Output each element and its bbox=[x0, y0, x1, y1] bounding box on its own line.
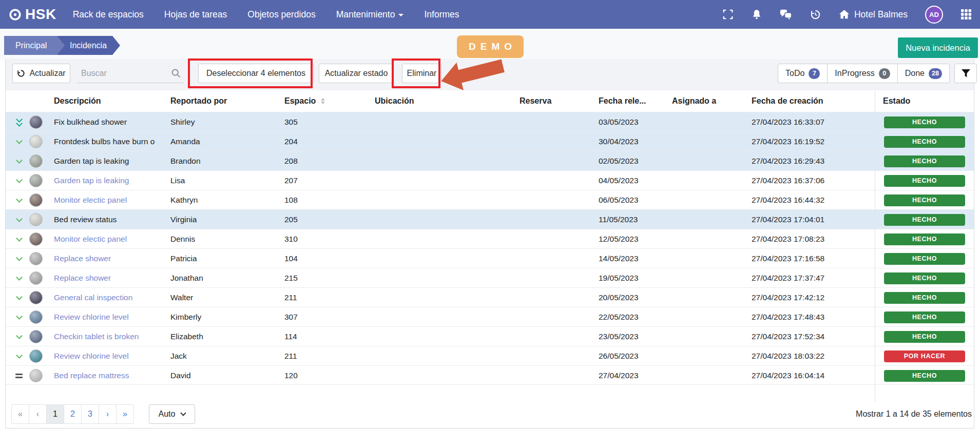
status-badge[interactable]: HECHO bbox=[884, 253, 965, 265]
search-icon[interactable] bbox=[171, 68, 181, 81]
table-row[interactable]: Monitor electic panel Kathryn 108 06/05/… bbox=[6, 190, 974, 209]
table-row[interactable]: Bed review status Virginia 205 11/05/202… bbox=[6, 209, 974, 229]
column-header-reportado-por[interactable]: Reportado por bbox=[170, 90, 227, 112]
incident-thumbnail[interactable] bbox=[29, 132, 43, 151]
column-header-fecha-creacion[interactable]: Fecha de creación bbox=[752, 90, 823, 112]
status-badge[interactable]: HECHO bbox=[884, 214, 965, 226]
incident-thumbnail[interactable] bbox=[29, 307, 43, 327]
filter-inprogress-button[interactable]: InProgress 0 bbox=[827, 64, 897, 83]
pagination-page-1[interactable]: 1 bbox=[46, 404, 64, 424]
expand-chevron-icon[interactable] bbox=[13, 249, 25, 268]
expand-chevron-icon[interactable] bbox=[13, 151, 25, 171]
incident-description-link[interactable]: Review chlorine level bbox=[54, 346, 166, 366]
expand-chevron-icon[interactable] bbox=[13, 268, 25, 288]
hotel-selector[interactable]: Hotel Balmes bbox=[839, 9, 908, 20]
new-incident-button[interactable]: Nueva incidencia bbox=[898, 37, 978, 58]
nav-item-rack-de-espacios[interactable]: Rack de espacios bbox=[73, 9, 144, 20]
incident-description-link[interactable]: Checkin tablet is broken bbox=[54, 327, 166, 346]
status-badge[interactable]: HECHO bbox=[884, 370, 965, 382]
incident-description-link[interactable]: Fix bulkhead shower bbox=[54, 112, 166, 132]
status-badge[interactable]: HECHO bbox=[884, 155, 965, 167]
nav-item-hojas-de-tareas[interactable]: Hojas de tareas bbox=[164, 9, 227, 20]
update-status-button[interactable]: Actualizar estado bbox=[319, 64, 394, 83]
column-header-ubicacion[interactable]: Ubicación bbox=[375, 90, 414, 112]
filter-todo-button[interactable]: ToDo 7 bbox=[778, 64, 828, 83]
incident-description-link[interactable]: Garden tap is leaking bbox=[54, 151, 166, 171]
incident-description-link[interactable]: Monitor electic panel bbox=[54, 190, 166, 210]
status-badge[interactable]: HECHO bbox=[884, 116, 965, 128]
incident-thumbnail[interactable] bbox=[29, 229, 43, 249]
incident-description-link[interactable]: Replace shower bbox=[54, 249, 166, 268]
status-badge[interactable]: HECHO bbox=[884, 331, 965, 343]
incident-description-link[interactable]: Bed review status bbox=[54, 210, 166, 229]
expand-chevron-icon[interactable] bbox=[13, 210, 25, 229]
expand-chevron-icon[interactable] bbox=[13, 112, 25, 132]
expand-chevron-icon[interactable] bbox=[13, 171, 25, 190]
status-badge[interactable]: HECHO bbox=[884, 233, 965, 245]
table-row[interactable]: Fix bulkhead shower Shirley 305 03/05/20… bbox=[6, 112, 974, 131]
sort-icon[interactable] bbox=[321, 98, 325, 104]
table-row[interactable]: Garden tap is leaking Brandon 208 02/05/… bbox=[6, 151, 974, 170]
table-row[interactable]: Garden tap is leaking Lisa 207 04/05/202… bbox=[6, 170, 974, 190]
table-row[interactable]: Replace shower Jonathan 215 19/05/2023 2… bbox=[6, 268, 974, 287]
deselect-elements-button[interactable]: Deseleccionar 4 elementos bbox=[198, 64, 314, 83]
filter-funnel-button[interactable] bbox=[954, 64, 977, 83]
table-row[interactable]: Review chlorine level Jack 211 26/05/202… bbox=[6, 346, 974, 365]
table-row[interactable]: Bed replace mattress David 120 27/04/202… bbox=[6, 365, 974, 385]
table-row[interactable]: Checkin tablet is broken Elizabeth 114 2… bbox=[6, 326, 974, 346]
pagination-page-3[interactable]: 3 bbox=[81, 404, 99, 424]
incident-thumbnail[interactable] bbox=[29, 268, 43, 288]
status-badge[interactable]: POR HACER bbox=[884, 350, 965, 362]
pagination-prev-button[interactable]: ‹ bbox=[29, 404, 47, 424]
nav-item-informes[interactable]: Informes bbox=[424, 9, 459, 20]
column-header-fecha-rele[interactable]: Fecha rele... bbox=[599, 90, 646, 112]
breadcrumb-principal[interactable]: Principal bbox=[4, 36, 65, 55]
notifications-bell-icon[interactable] bbox=[751, 9, 762, 20]
incident-description-link[interactable]: Frontdesk bulbs have burn o bbox=[54, 132, 166, 151]
refresh-button[interactable]: Actualizar bbox=[12, 64, 70, 83]
incident-thumbnail[interactable] bbox=[29, 190, 43, 210]
search-input[interactable] bbox=[77, 64, 183, 83]
delete-button[interactable]: Eliminar bbox=[402, 64, 441, 83]
expand-chevron-icon[interactable] bbox=[13, 132, 25, 151]
pagination-page-2[interactable]: 2 bbox=[64, 404, 82, 424]
nav-item-objetos-perdidos[interactable]: Objetos perdidos bbox=[247, 9, 315, 20]
incident-thumbnail[interactable] bbox=[29, 327, 43, 346]
nav-item-mantenimiento[interactable]: Mantenimiento bbox=[336, 9, 404, 20]
column-header-descripcion[interactable]: Descripción bbox=[54, 90, 101, 112]
chat-icon[interactable] bbox=[780, 9, 792, 20]
status-badge[interactable]: HECHO bbox=[884, 272, 965, 284]
column-header-asignado-a[interactable]: Asignado a bbox=[672, 90, 716, 112]
pagination-next-button[interactable]: › bbox=[99, 404, 117, 424]
app-logo[interactable]: HSK bbox=[8, 6, 56, 23]
pagination-first-button[interactable]: « bbox=[11, 404, 29, 424]
expand-chevron-icon[interactable] bbox=[13, 366, 25, 385]
table-row[interactable]: Replace shower Patricia 104 14/05/2023 2… bbox=[6, 248, 974, 268]
status-badge[interactable]: HECHO bbox=[884, 136, 965, 148]
incident-description-link[interactable]: Replace shower bbox=[54, 268, 166, 288]
page-size-select[interactable]: Auto bbox=[149, 404, 195, 424]
expand-chevron-icon[interactable] bbox=[13, 307, 25, 327]
expand-chevron-icon[interactable] bbox=[13, 327, 25, 346]
table-row[interactable]: Frontdesk bulbs have burn o Amanda 204 3… bbox=[6, 131, 974, 151]
incident-thumbnail[interactable] bbox=[29, 366, 43, 385]
user-avatar[interactable]: AD bbox=[925, 6, 943, 24]
incident-thumbnail[interactable] bbox=[29, 171, 43, 190]
incident-description-link[interactable]: Monitor electic panel bbox=[54, 229, 166, 249]
incident-thumbnail[interactable] bbox=[29, 249, 43, 268]
incident-description-link[interactable]: Review chlorine level bbox=[54, 307, 166, 327]
column-header-reserva[interactable]: Reserva bbox=[520, 90, 551, 112]
column-header-espacio[interactable]: Espacio bbox=[284, 90, 325, 112]
incident-thumbnail[interactable] bbox=[29, 288, 43, 307]
history-icon[interactable] bbox=[810, 9, 821, 21]
incident-thumbnail[interactable] bbox=[29, 151, 43, 171]
table-row[interactable]: General cal inspection Walter 211 20/05/… bbox=[6, 287, 974, 307]
expand-chevron-icon[interactable] bbox=[13, 190, 25, 210]
expand-chevron-icon[interactable] bbox=[13, 229, 25, 249]
status-badge[interactable]: HECHO bbox=[884, 292, 965, 304]
incident-description-link[interactable]: Bed replace mattress bbox=[54, 366, 166, 385]
pagination-last-button[interactable]: » bbox=[116, 404, 134, 424]
incident-description-link[interactable]: General cal inspection bbox=[54, 288, 166, 307]
incident-thumbnail[interactable] bbox=[29, 112, 43, 132]
filter-done-button[interactable]: Done 28 bbox=[897, 64, 950, 83]
